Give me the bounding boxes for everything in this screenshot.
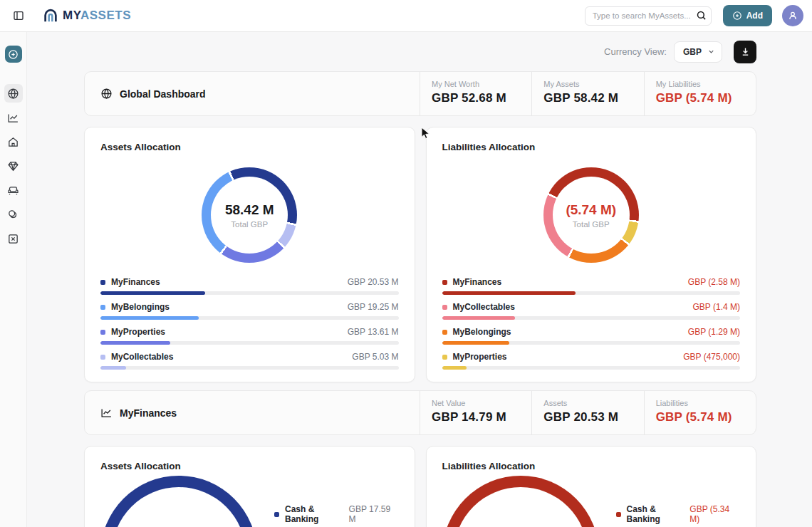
home-icon bbox=[7, 136, 19, 148]
legend-dot bbox=[442, 280, 447, 285]
legend: MyFinancesGBP 20.53 MMyBelongingsGBP 19.… bbox=[85, 277, 415, 370]
legend-label: Cash & Banking bbox=[285, 504, 349, 524]
legend: Cash & BankingGBP 17.59 M bbox=[274, 504, 399, 527]
legend-value: GBP (5.34 M) bbox=[689, 504, 740, 524]
legend-bar-track bbox=[100, 316, 399, 320]
user-avatar[interactable] bbox=[782, 5, 803, 26]
liabilities-allocation-card: Liabilities Allocation (5.74 M) Total GB… bbox=[426, 127, 757, 382]
legend-dot bbox=[100, 305, 105, 310]
legend-bar-fill bbox=[100, 291, 205, 295]
donut-center-value: 58.42 M bbox=[225, 202, 274, 218]
legend-label: MyProperties bbox=[111, 327, 165, 337]
stat-net-worth: My Net Worth GBP 52.68 M bbox=[420, 72, 531, 115]
sidebar-add-button[interactable] bbox=[5, 46, 22, 63]
line-chart-icon bbox=[7, 112, 19, 124]
sidebar-item-myfinances[interactable] bbox=[4, 108, 23, 127]
global-charts-row: Assets Allocation 58.42 M Total GBP MyFi… bbox=[84, 127, 756, 382]
stat-value: GBP (5.74 M) bbox=[656, 91, 756, 105]
stat-value: GBP (5.74 M) bbox=[656, 410, 756, 424]
legend-dot bbox=[100, 330, 105, 335]
stat-label: Liabilities bbox=[656, 399, 756, 407]
stat-assets: Assets GBP 20.53 M bbox=[531, 391, 643, 434]
legend-item[interactable]: MyPropertiesGBP (475,000) bbox=[442, 352, 741, 370]
legend-item[interactable]: MyCollectablesGBP (1.4 M) bbox=[442, 302, 741, 320]
legend-label: MyCollectables bbox=[453, 302, 515, 312]
section-title: Global Dashboard bbox=[120, 88, 206, 100]
plus-circle-icon bbox=[8, 49, 19, 60]
panel-left-icon bbox=[13, 10, 24, 21]
chart-title: Assets Allocation bbox=[85, 447, 415, 471]
legend-bar-track bbox=[100, 341, 399, 345]
sidebar-item-linked-accounts[interactable] bbox=[4, 205, 23, 224]
legend-bar-track bbox=[442, 341, 741, 345]
legend-bar-fill bbox=[442, 291, 576, 295]
sidebar-toggle-button[interactable] bbox=[9, 6, 28, 26]
stat-liabilities: Liabilities GBP (5.74 M) bbox=[644, 391, 756, 434]
legend-bar-track bbox=[100, 366, 399, 370]
currency-view-label: Currency View: bbox=[604, 46, 667, 57]
stat-label: My Assets bbox=[543, 80, 643, 88]
stat-label: My Liabilities bbox=[656, 80, 756, 88]
main-area: Currency View: GBP Glo bbox=[27, 32, 812, 527]
legend-label: MyFinances bbox=[111, 277, 160, 287]
legend-item[interactable]: MyBelongingsGBP 19.25 M bbox=[100, 302, 399, 320]
legend-label: MyCollectables bbox=[111, 352, 173, 362]
app-header: MYASSETS Add bbox=[0, 0, 812, 32]
legend-bar-track bbox=[442, 316, 741, 320]
sidebar-item-global-dashboard[interactable] bbox=[4, 84, 23, 103]
legend-item[interactable]: Cash & BankingGBP 17.59 M bbox=[274, 504, 399, 527]
line-chart-icon bbox=[100, 407, 113, 419]
legend-label: MyBelongings bbox=[453, 327, 511, 337]
chevron-down-icon bbox=[707, 48, 715, 56]
legend-value: GBP (475,000) bbox=[683, 352, 740, 362]
chart-title: Liabilities Allocation bbox=[427, 127, 756, 152]
sidebar-item-mybelongings[interactable] bbox=[4, 181, 23, 199]
coins-icon bbox=[7, 209, 19, 221]
download-button[interactable] bbox=[734, 41, 756, 63]
legend-item[interactable]: Cash & BankingGBP (5.34 M) bbox=[616, 504, 741, 527]
sidebar bbox=[0, 32, 27, 527]
legend-item[interactable]: MyBelongingsGBP (1.29 M) bbox=[442, 327, 741, 345]
legend-dot bbox=[100, 355, 105, 360]
legend-value: GBP (1.29 M) bbox=[688, 327, 740, 337]
legend: Cash & BankingGBP (5.34 M) bbox=[616, 504, 741, 527]
sidebar-item-myproperties[interactable] bbox=[4, 132, 23, 151]
legend-bar-fill bbox=[100, 341, 170, 345]
legend-item[interactable]: MyCollectablesGBP 5.03 M bbox=[100, 352, 399, 370]
toolbar: Currency View: GBP bbox=[27, 32, 812, 71]
sidebar-item-mycollectables[interactable] bbox=[4, 157, 23, 175]
add-button[interactable]: Add bbox=[723, 5, 772, 26]
app-logo[interactable]: MYASSETS bbox=[43, 8, 131, 24]
legend-value: GBP 5.03 M bbox=[352, 352, 398, 362]
legend: MyFinancesGBP (2.58 M)MyCollectablesGBP … bbox=[427, 277, 756, 370]
legend-label: MyProperties bbox=[453, 352, 507, 362]
legend-dot bbox=[100, 280, 105, 285]
search-input[interactable] bbox=[585, 6, 712, 26]
legend-value: GBP 13.61 M bbox=[348, 327, 399, 337]
legend-dot bbox=[442, 305, 447, 310]
legend-value: GBP 20.53 M bbox=[348, 277, 399, 287]
legend-item[interactable]: MyPropertiesGBP 13.61 M bbox=[100, 327, 399, 345]
stat-value: GBP 52.68 M bbox=[432, 91, 531, 105]
plus-circle-icon bbox=[732, 11, 742, 21]
donut-center: (5.74 M) Total GBP bbox=[553, 177, 630, 254]
legend-dot bbox=[616, 512, 621, 517]
sidebar-item-excluded[interactable] bbox=[4, 229, 23, 248]
legend-item[interactable]: MyFinancesGBP (2.58 M) bbox=[442, 277, 741, 295]
legend-bar-track bbox=[442, 291, 741, 295]
dashboard-content: Global Dashboard My Net Worth GBP 52.68 … bbox=[27, 71, 812, 527]
currency-select[interactable]: GBP bbox=[674, 41, 722, 63]
stat-assets: My Assets GBP 58.42 M bbox=[531, 72, 643, 115]
stat-liabilities: My Liabilities GBP (5.74 M) bbox=[644, 72, 756, 115]
legend-bar-fill bbox=[442, 341, 509, 345]
legend-item[interactable]: MyFinancesGBP 20.53 M bbox=[100, 277, 399, 295]
legend-bar-fill bbox=[100, 366, 126, 370]
legend-bar-track bbox=[442, 366, 741, 370]
stat-net-value: Net Value GBP 14.79 M bbox=[420, 391, 531, 434]
myfinances-charts-row: Assets Allocation Cash & BankingGBP 17.5… bbox=[84, 446, 756, 527]
legend-value: GBP 17.59 M bbox=[349, 504, 399, 524]
stat-label: Net Value bbox=[432, 399, 531, 407]
myfinances-liabilities-allocation-card: Liabilities Allocation Cash & BankingGBP… bbox=[426, 446, 757, 527]
gem-icon bbox=[7, 160, 19, 172]
assets-allocation-card: Assets Allocation 58.42 M Total GBP MyFi… bbox=[84, 127, 415, 382]
